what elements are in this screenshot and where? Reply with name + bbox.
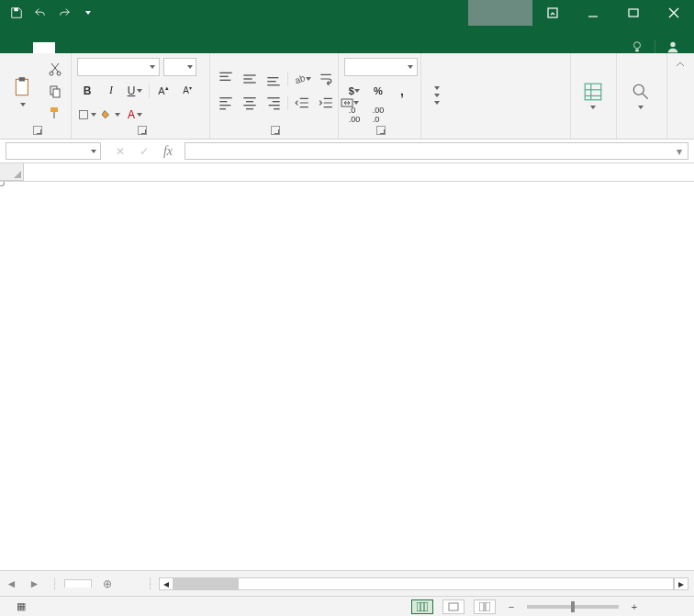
font-size-combo[interactable] bbox=[163, 58, 196, 76]
status-bar: ▦ − + bbox=[0, 596, 694, 616]
alignment-launcher[interactable] bbox=[271, 126, 280, 135]
increase-decimal-button[interactable]: .0.00 bbox=[344, 106, 364, 124]
font-family-combo[interactable] bbox=[77, 58, 160, 76]
tab-file[interactable] bbox=[0, 42, 33, 53]
cut-button[interactable] bbox=[45, 60, 65, 78]
lightbulb-icon bbox=[631, 40, 644, 53]
hscroll-thumb[interactable] bbox=[174, 578, 239, 589]
clipboard-launcher[interactable] bbox=[33, 126, 42, 135]
align-middle-button[interactable] bbox=[240, 70, 260, 88]
svg-rect-14 bbox=[50, 107, 58, 112]
sheet-tabs-bar: ◄ ► ┆ ⊕ ┆ ◂ ▸ bbox=[0, 570, 694, 596]
underline-button[interactable]: U bbox=[125, 82, 145, 100]
align-center-button[interactable] bbox=[240, 94, 260, 112]
worksheet-grid bbox=[0, 163, 694, 570]
expand-formula-bar[interactable]: ▾ bbox=[677, 145, 682, 158]
sheet-nav-prev[interactable]: ◄ bbox=[3, 576, 21, 592]
zoom-out-button[interactable]: − bbox=[505, 601, 518, 612]
tab-home[interactable] bbox=[33, 42, 55, 53]
selected-picture-object[interactable] bbox=[0, 182, 2, 184]
grid-rows bbox=[0, 182, 694, 570]
cancel-formula-button[interactable]: ✕ bbox=[109, 142, 131, 161]
close-button[interactable] bbox=[654, 0, 694, 26]
conditional-formatting-button[interactable] bbox=[427, 86, 440, 90]
share-button[interactable] bbox=[655, 40, 694, 53]
svg-rect-46 bbox=[585, 84, 601, 100]
decrease-font-button[interactable]: A▾ bbox=[177, 82, 197, 100]
decrease-decimal-button[interactable]: .00.0 bbox=[368, 106, 388, 124]
redo-button[interactable] bbox=[53, 2, 75, 24]
group-styles bbox=[421, 53, 571, 139]
collapse-ribbon-button[interactable] bbox=[667, 53, 694, 139]
align-left-button[interactable] bbox=[216, 94, 236, 112]
format-painter-button[interactable] bbox=[45, 104, 65, 122]
align-bottom-button[interactable] bbox=[263, 70, 284, 88]
fill-color-button[interactable] bbox=[101, 106, 121, 124]
align-right-button[interactable] bbox=[263, 94, 284, 112]
comma-format-button[interactable]: , bbox=[392, 82, 412, 100]
sheet-tab-sheet1[interactable] bbox=[64, 579, 92, 588]
zoom-in-button[interactable]: + bbox=[628, 601, 641, 612]
hscroll-left[interactable]: ◂ bbox=[159, 577, 174, 590]
copy-button[interactable] bbox=[45, 82, 65, 100]
hscroll-right[interactable]: ▸ bbox=[674, 577, 688, 590]
number-launcher[interactable] bbox=[376, 126, 386, 135]
horizontal-scrollbar[interactable]: ◂ ▸ bbox=[153, 577, 694, 590]
tell-me-search[interactable] bbox=[623, 40, 655, 53]
paste-button[interactable] bbox=[6, 63, 39, 118]
svg-rect-3 bbox=[629, 9, 638, 17]
bold-button[interactable]: B bbox=[77, 82, 97, 100]
tab-page-layout[interactable] bbox=[77, 42, 99, 53]
macro-record-icon[interactable]: ▦ bbox=[17, 600, 26, 612]
minimize-button[interactable] bbox=[573, 0, 613, 26]
svg-text:ab: ab bbox=[294, 73, 306, 85]
border-button[interactable] bbox=[77, 106, 97, 124]
increase-font-button[interactable]: A▴ bbox=[153, 82, 174, 100]
tab-formulas[interactable] bbox=[99, 42, 121, 53]
svg-rect-13 bbox=[53, 89, 60, 97]
tab-insert[interactable] bbox=[55, 42, 77, 53]
select-all-corner[interactable] bbox=[0, 163, 24, 181]
window-buttons bbox=[532, 0, 694, 26]
qat-customize[interactable] bbox=[77, 2, 99, 24]
cells-button[interactable] bbox=[576, 68, 610, 123]
tab-data[interactable] bbox=[121, 42, 143, 53]
number-format-combo[interactable] bbox=[344, 58, 418, 76]
format-as-table-button[interactable] bbox=[427, 94, 440, 97]
italic-button[interactable]: I bbox=[101, 82, 121, 100]
undo-button[interactable] bbox=[29, 2, 51, 24]
font-launcher[interactable] bbox=[138, 126, 147, 135]
tab-review[interactable] bbox=[143, 42, 165, 53]
page-layout-view-button[interactable] bbox=[442, 599, 465, 614]
enter-formula-button[interactable]: ✓ bbox=[133, 142, 155, 161]
page-break-view-button[interactable] bbox=[474, 599, 496, 614]
ribbon-display-options[interactable] bbox=[532, 0, 573, 26]
maximize-button[interactable] bbox=[613, 0, 654, 26]
sheet-nav: ◄ ► ┆ bbox=[0, 576, 64, 592]
find-icon bbox=[631, 82, 651, 102]
decrease-indent-button[interactable] bbox=[292, 94, 312, 112]
tab-format[interactable] bbox=[187, 42, 209, 53]
sheet-nav-next[interactable]: ► bbox=[25, 576, 43, 592]
zoom-slider[interactable] bbox=[527, 605, 619, 609]
picture-tools-contextual-tab[interactable] bbox=[468, 0, 532, 26]
new-sheet-button[interactable]: ⊕ bbox=[95, 574, 119, 594]
name-box[interactable] bbox=[6, 142, 101, 160]
font-color-button[interactable]: A bbox=[125, 106, 145, 124]
insert-function-button[interactable]: fx bbox=[157, 142, 179, 161]
editing-button[interactable] bbox=[622, 68, 659, 123]
formula-bar[interactable]: ▾ bbox=[185, 142, 688, 160]
normal-view-button[interactable] bbox=[411, 599, 433, 614]
orientation-button[interactable]: ab bbox=[292, 70, 312, 88]
svg-rect-52 bbox=[417, 602, 428, 611]
wrap-text-button[interactable] bbox=[316, 70, 336, 88]
save-button[interactable] bbox=[6, 2, 28, 24]
cell-styles-button[interactable] bbox=[427, 101, 440, 105]
tab-view[interactable] bbox=[165, 42, 187, 53]
resize-handle-se[interactable] bbox=[0, 182, 5, 186]
accounting-format-button[interactable]: $ bbox=[344, 82, 364, 100]
align-top-button[interactable] bbox=[216, 70, 236, 88]
percent-format-button[interactable]: % bbox=[368, 82, 388, 100]
increase-indent-button[interactable] bbox=[316, 94, 336, 112]
formula-row: ✕ ✓ fx ▾ bbox=[0, 140, 694, 163]
